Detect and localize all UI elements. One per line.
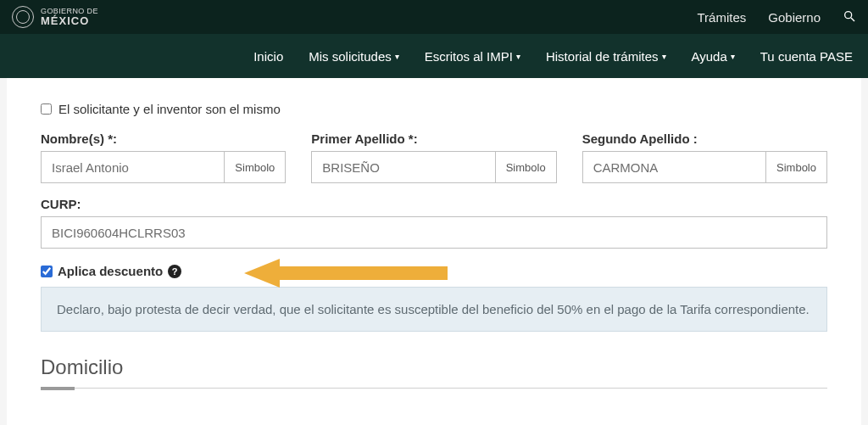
nombres-label: Nombre(s) *: [41,131,286,146]
nav-cuenta-label: Tu cuenta PASE [760,49,853,64]
nav-ayuda[interactable]: Ayuda▾ [692,49,735,64]
link-tramites[interactable]: Trámites [698,10,747,25]
link-gobierno[interactable]: Gobierno [768,10,821,25]
gov-logo: GOBIERNO DE MÉXICO [12,6,698,28]
nav-cuenta-pase[interactable]: Tu cuenta PASE [760,49,853,64]
same-person-label: El solicitante y el inventor son el mism… [58,102,281,116]
caret-down-icon: ▾ [516,52,520,61]
simbolo-button-segundo[interactable]: Simbolo [765,151,827,183]
caret-down-icon: ▾ [662,52,666,61]
caret-down-icon: ▾ [731,52,735,61]
gov-line2: MÉXICO [41,15,98,26]
nav-escritos[interactable]: Escritos al IMPI▾ [425,49,520,64]
search-icon[interactable] [843,9,856,25]
domicilio-heading: Domicilio [41,355,827,384]
field-curp: CURP: [41,197,827,249]
svg-marker-2 [244,259,448,288]
nav-mis-solicitudes-label: Mis solicitudes [309,49,392,64]
name-fields-row: Nombre(s) *: Simbolo Primer Apellido *: … [41,131,827,183]
nav-historial[interactable]: Historial de trámites▾ [546,49,666,64]
simbolo-button-primer[interactable]: Simbolo [495,151,557,183]
nav-inicio[interactable]: Inicio [253,49,283,64]
gov-topbar: GOBIERNO DE MÉXICO Trámites Gobierno [0,0,868,34]
nav-ayuda-label: Ayuda [692,49,727,64]
nav-escritos-label: Escritos al IMPI [425,49,513,64]
field-segundo-apellido: Segundo Apellido : Simbolo [582,131,827,183]
nav-historial-label: Historial de trámites [546,49,659,64]
curp-label: CURP: [41,197,827,211]
nav-mis-solicitudes[interactable]: Mis solicitudes▾ [309,49,399,64]
field-primer-apellido: Primer Apellido *: Simbolo [311,131,556,183]
field-nombres: Nombre(s) *: Simbolo [41,131,286,183]
same-person-row: El solicitante y el inventor son el mism… [41,102,827,116]
svg-point-0 [845,11,852,18]
caret-down-icon: ▾ [395,52,399,61]
main-navbar: Inicio Mis solicitudes▾ Escritos al IMPI… [0,34,868,78]
gov-text: GOBIERNO DE MÉXICO [41,8,98,26]
top-links: Trámites Gobierno [698,9,857,25]
primer-apellido-input[interactable] [311,151,494,183]
curp-input[interactable] [41,216,827,249]
discount-checkbox[interactable] [41,266,53,277]
gov-seal-icon [12,6,34,28]
discount-row: Aplica descuento ? [41,264,827,278]
declaration-box: Declaro, bajo protesta de decir verdad, … [41,287,827,332]
form-page: El solicitante y el inventor son el mism… [7,78,861,425]
primer-apellido-label: Primer Apellido *: [311,131,556,146]
segundo-apellido-input[interactable] [582,151,765,183]
nav-inicio-label: Inicio [253,49,283,64]
simbolo-button-nombres[interactable]: Simbolo [224,151,286,183]
svg-line-1 [851,18,854,21]
discount-label: Aplica descuento [58,264,163,278]
section-domicilio: Domicilio [41,355,827,389]
section-underline [41,388,827,389]
same-person-checkbox[interactable] [41,103,52,115]
arrow-annotation-icon [244,259,448,288]
help-icon[interactable]: ? [168,265,181,278]
declaration-text: Declaro, bajo protesta de decir verdad, … [57,302,810,316]
nombres-input[interactable] [41,151,224,183]
segundo-apellido-label: Segundo Apellido : [582,131,827,146]
